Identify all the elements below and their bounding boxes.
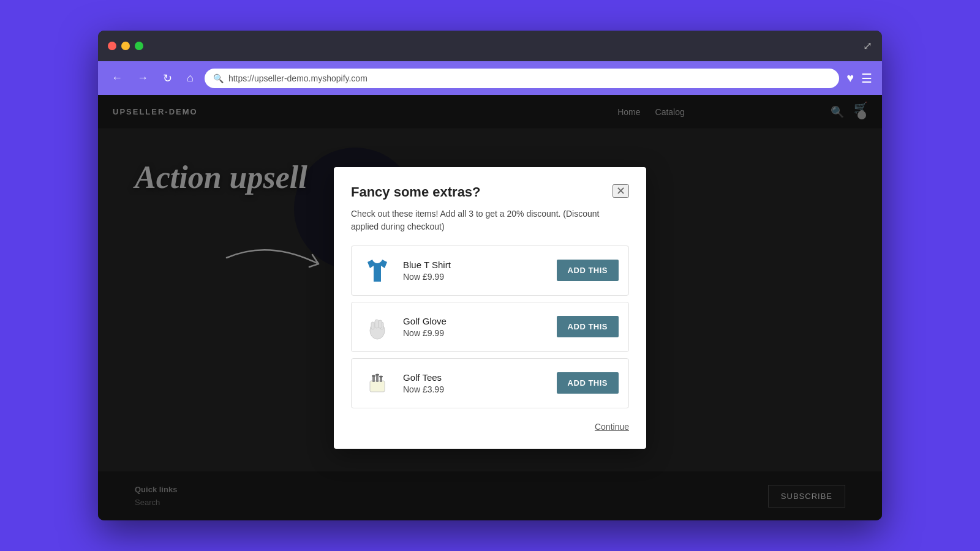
minimize-window-button[interactable] [121,42,130,50]
menu-icon[interactable]: ☰ [861,71,872,86]
svg-rect-4 [379,320,382,328]
browser-window: ⤢ ← → ↻ ⌂ 🔍 https://upseller-demo.myshop… [98,31,882,520]
continue-button[interactable]: Continue [595,422,629,432]
add-tees-button[interactable]: ADD THIS [557,372,619,394]
svg-rect-7 [376,375,379,382]
modal-footer: Continue [351,414,629,432]
modal-description: Check out these items! Add all 3 to get … [351,208,629,233]
product-price-tees: Now £3.99 [403,384,547,394]
website-content: UPSELLER-DEMO Home Catalog 🔍 🛒 0 Action … [98,95,882,520]
product-item-tshirt: Blue T Shirt Now £9.99 ADD THIS [351,246,629,296]
add-glove-button[interactable]: ADD THIS [557,316,619,337]
svg-point-9 [372,375,375,377]
product-info-glove: Golf Glove Now £9.99 [403,316,547,338]
url-bar-actions: ♥ ☰ [846,71,872,86]
search-icon: 🔍 [213,73,224,83]
add-tshirt-button[interactable]: ADD THIS [557,260,619,281]
product-image-glove [361,311,393,343]
product-name-tshirt: Blue T Shirt [403,260,547,270]
modal-close-button[interactable]: ✕ [612,184,629,198]
product-info-tees: Golf Tees Now £3.99 [403,372,547,394]
title-bar: ⤢ [98,31,882,61]
upsell-modal: Fancy some extras? ✕ Check out these ite… [334,167,646,449]
product-image-tshirt [361,255,393,287]
modal-header: Fancy some extras? ✕ [351,184,629,200]
home-button[interactable]: ⌂ [183,69,197,87]
product-price-tshirt: Now £9.99 [403,272,547,282]
svg-rect-1 [375,320,379,328]
product-image-tees [361,367,393,399]
svg-point-10 [375,373,379,375]
url-field[interactable]: 🔍 https://upseller-demo.myshopify.com [205,69,839,88]
product-price-glove: Now £9.99 [403,328,547,338]
close-window-button[interactable] [108,42,116,50]
url-text: https://upseller-demo.myshopify.com [228,73,368,83]
product-info-tshirt: Blue T Shirt Now £9.99 [403,260,547,282]
url-bar: ← → ↻ ⌂ 🔍 https://upseller-demo.myshopif… [98,61,882,95]
traffic-lights [108,42,143,50]
svg-rect-5 [370,381,385,392]
product-item-tees: Golf Tees Now £3.99 ADD THIS [351,358,629,408]
reload-button[interactable]: ↻ [159,69,176,88]
favorite-icon[interactable]: ♥ [846,71,854,85]
forward-button[interactable]: → [134,69,152,87]
maximize-window-button[interactable] [135,42,143,50]
product-name-tees: Golf Tees [403,372,547,383]
product-item-glove: Golf Glove Now £9.99 ADD THIS [351,302,629,352]
back-button[interactable]: ← [108,69,126,87]
fullscreen-icon[interactable]: ⤢ [863,39,872,53]
svg-point-11 [379,375,383,377]
product-name-glove: Golf Glove [403,316,547,326]
svg-rect-2 [371,322,374,329]
modal-title: Fancy some extras? [351,184,481,200]
